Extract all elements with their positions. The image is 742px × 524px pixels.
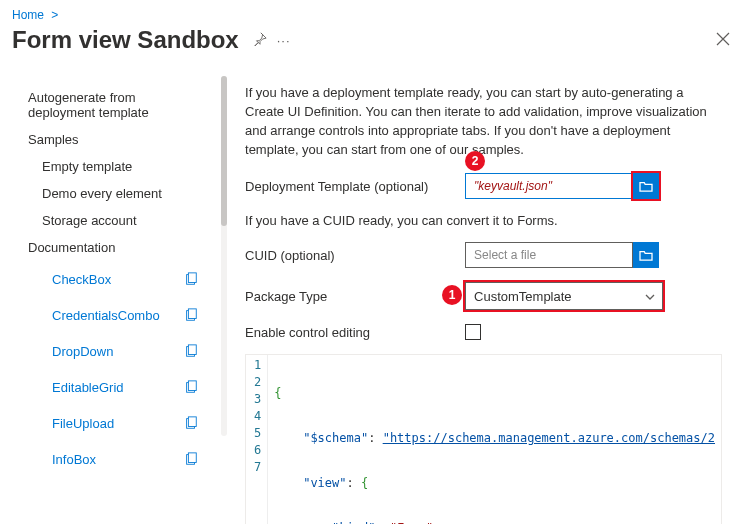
svg-rect-1 <box>188 273 196 283</box>
copy-button[interactable] <box>179 411 203 435</box>
scrollbar[interactable] <box>221 76 227 436</box>
chevron-right-icon: > <box>51 8 58 22</box>
annotation-2: 2 <box>465 151 485 171</box>
pin-icon[interactable] <box>253 32 267 49</box>
sidebar-item-autogenerate[interactable]: Autogenerate from deployment template <box>24 84 231 126</box>
code-gutter: 1234567 <box>246 355 268 524</box>
browse-cuid-button[interactable] <box>633 242 659 268</box>
cuid-label: CUID (optional) <box>245 248 465 263</box>
svg-rect-9 <box>188 417 196 427</box>
deployment-template-label: Deployment Template (optional) <box>245 179 465 194</box>
close-button[interactable] <box>716 32 730 49</box>
svg-rect-11 <box>188 453 196 463</box>
copy-button[interactable] <box>179 339 203 363</box>
package-type-label: Package Type <box>245 289 465 304</box>
sidebar-item-editablegrid[interactable]: EditableGrid <box>24 369 231 405</box>
sidebar-item-empty-template[interactable]: Empty template <box>24 153 231 180</box>
sidebar-item-fileupload[interactable]: FileUpload <box>24 405 231 441</box>
main-content: If you have a deployment template ready,… <box>231 68 742 524</box>
code-content[interactable]: { "$schema": "https://schema.management.… <box>268 355 721 524</box>
sidebar-item-infobox[interactable]: InfoBox <box>24 441 231 477</box>
more-icon[interactable]: ··· <box>277 33 291 48</box>
package-type-select[interactable]: CustomTemplate <box>465 282 663 310</box>
sidebar-item-samples[interactable]: Samples <box>24 126 231 153</box>
cuid-text: If you have a CUID ready, you can conver… <box>245 213 722 228</box>
copy-button[interactable] <box>179 303 203 327</box>
chevron-down-icon <box>644 291 656 303</box>
intro-text: If you have a deployment template ready,… <box>245 84 722 159</box>
deployment-template-input[interactable] <box>465 173 633 199</box>
enable-control-editing-label: Enable control editing <box>245 325 465 340</box>
enable-control-editing-checkbox[interactable] <box>465 324 481 340</box>
sidebar-item-documentation[interactable]: Documentation <box>24 234 231 261</box>
svg-rect-5 <box>188 345 196 355</box>
code-editor[interactable]: 1234567 { "$schema": "https://schema.man… <box>245 354 722 524</box>
browse-file-button[interactable] <box>633 173 659 199</box>
sidebar-item-checkbox[interactable]: CheckBox <box>24 261 231 297</box>
sidebar-item-dropdown[interactable]: DropDown <box>24 333 231 369</box>
page-header: Form view Sandbox ··· <box>0 26 742 68</box>
cuid-input[interactable] <box>465 242 633 268</box>
breadcrumb-home[interactable]: Home <box>12 8 44 22</box>
copy-button[interactable] <box>179 375 203 399</box>
svg-rect-3 <box>188 309 196 319</box>
svg-rect-7 <box>188 381 196 391</box>
sidebar: Autogenerate from deployment template Sa… <box>0 68 231 524</box>
page-title: Form view Sandbox <box>12 26 239 54</box>
breadcrumb: Home > <box>0 0 742 26</box>
sidebar-item-demo-every-element[interactable]: Demo every element <box>24 180 231 207</box>
copy-button[interactable] <box>179 447 203 471</box>
sidebar-item-storage-account[interactable]: Storage account <box>24 207 231 234</box>
sidebar-item-credentialscombo[interactable]: CredentialsCombo <box>24 297 231 333</box>
copy-button[interactable] <box>179 267 203 291</box>
